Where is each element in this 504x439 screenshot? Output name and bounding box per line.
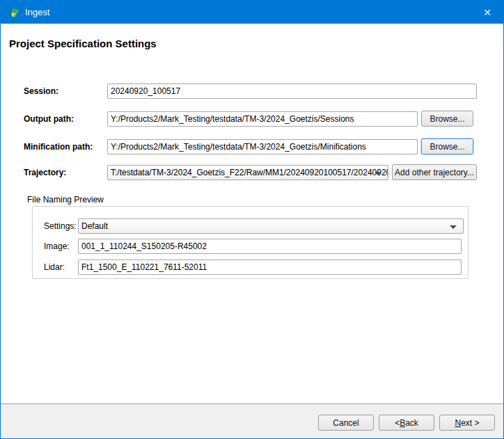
image-label: Image: — [44, 239, 70, 254]
back-button-label: < — [395, 418, 400, 428]
back-button-mnemonic: B — [400, 418, 405, 428]
trajectory-combobox-value: T:/testdata/TM-3/2024_Goetzis_F22/Raw/MM… — [111, 168, 388, 177]
trajectory-label: Trajectory: — [24, 165, 66, 180]
cancel-button[interactable]: Cancel — [318, 415, 374, 431]
lidar-input[interactable]: Ft1_1500_E_110221_7611-52011 — [78, 260, 462, 275]
minification-path-label: Minification path: — [24, 139, 93, 154]
ingest-dialog-window: Ingest ✕ Project Specification Settings … — [0, 0, 504, 439]
settings-label: Settings: — [44, 218, 77, 234]
window-title: Ingest — [25, 7, 49, 17]
next-button[interactable]: Next > — [439, 415, 495, 431]
trajectory-combobox[interactable]: T:/testdata/TM-3/2024_Goetzis_F22/Raw/MM… — [107, 165, 388, 180]
add-other-trajectory-button[interactable]: Add other trajectory... — [392, 164, 477, 180]
settings-combobox-value: Default — [81, 221, 108, 231]
image-input[interactable]: 001_1_110244_S150205-R45002 — [78, 239, 462, 254]
settings-combobox[interactable]: Default — [78, 218, 464, 234]
page-title: Project Specification Settings — [9, 38, 157, 49]
output-browse-button[interactable]: Browse... — [421, 111, 473, 127]
next-button-label-rest: ext > — [461, 418, 479, 428]
dropdown-arrow-icon — [375, 172, 381, 175]
back-button-label-rest: ack — [405, 418, 418, 428]
minification-browse-button[interactable]: Browse... — [421, 138, 473, 154]
next-button-mnemonic: N — [455, 418, 461, 428]
titlebar: Ingest ✕ — [1, 1, 503, 24]
file-naming-preview-title: File Naming Preview — [27, 195, 104, 205]
session-input[interactable]: 20240920_100517 — [107, 83, 477, 99]
output-path-input[interactable]: Y:/Products2/Mark_Testing/testdata/TM-3/… — [107, 111, 418, 127]
output-path-label: Output path: — [24, 111, 74, 127]
dropdown-arrow-icon — [450, 225, 457, 229]
close-icon[interactable]: ✕ — [471, 1, 503, 24]
lidar-label: Lidar: — [44, 260, 65, 275]
session-label: Session: — [24, 83, 58, 99]
app-logo-icon — [8, 6, 20, 19]
back-button[interactable]: < Back — [379, 415, 434, 431]
minification-path-input[interactable]: Y:/Products2/Mark_Testing/testdata/TM-3/… — [107, 139, 418, 154]
